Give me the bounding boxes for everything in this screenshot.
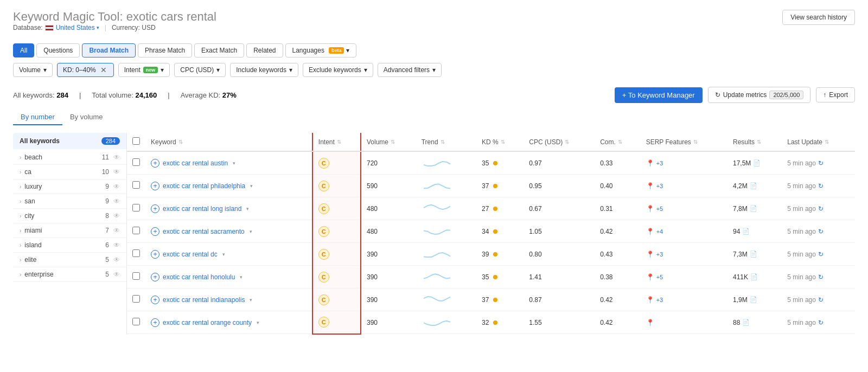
cpc-column-header[interactable]: CPC (USD) ⇅ (524, 133, 595, 151)
select-all-checkbox[interactable] (132, 137, 140, 145)
keyword-link[interactable]: exotic car rental orange county (163, 319, 252, 326)
sidebar-item-elite[interactable]: › elite 5 👁 (13, 253, 126, 267)
sidebar-item-city[interactable]: › city 8 👁 (13, 209, 126, 223)
results-cell: 7,3M 📄 (727, 243, 782, 266)
sidebar-item-island[interactable]: › island 6 👁 (13, 238, 126, 253)
refresh-icon[interactable]: ↻ (818, 296, 824, 304)
advanced-filters[interactable]: Advanced filters ▾ (378, 63, 442, 77)
intent-column-header[interactable]: Intent ⇅ (312, 133, 361, 151)
exclude-keywords-filter[interactable]: Exclude keywords ▾ (303, 63, 373, 77)
add-keyword-button[interactable]: + (151, 250, 159, 259)
results-column-header[interactable]: Results ⇅ (727, 133, 782, 151)
keyword-link[interactable]: exotic car rental philadelphia (163, 182, 245, 190)
refresh-icon[interactable]: ↻ (818, 228, 824, 235)
refresh-icon[interactable]: ↻ (818, 319, 824, 326)
tab-languages[interactable]: Languages beta ▾ (285, 43, 357, 57)
export-button[interactable]: ↑ Export (816, 87, 855, 102)
update-count-badge: 202/5,000 (769, 91, 803, 99)
sidebar-item-ca[interactable]: › ca 10 👁 (13, 165, 126, 179)
sidebar-item-enterprise[interactable]: › enterprise 5 👁 (13, 267, 126, 282)
row-checkbox[interactable] (132, 318, 140, 325)
to-keyword-manager-button[interactable]: + To Keyword Manager (615, 87, 703, 103)
view-tab-by-volume[interactable]: By volume (62, 110, 111, 125)
kd-column-header[interactable]: KD % ⇅ (476, 133, 524, 151)
location-pin-icon: 📍 (646, 319, 654, 326)
eye-icon: 👁 (113, 197, 120, 205)
keyword-link[interactable]: exotic car rental austin (163, 159, 228, 167)
row-checkbox[interactable] (132, 227, 140, 234)
chevron-down-icon: ▾ (289, 66, 292, 74)
com-column-header[interactable]: Com. ⇅ (595, 133, 640, 151)
row-checkbox[interactable] (132, 295, 140, 303)
sidebar-item-miami[interactable]: › miami 7 👁 (13, 223, 126, 238)
row-checkbox[interactable] (132, 249, 140, 257)
add-keyword-button[interactable]: + (151, 227, 159, 236)
serp-cell: 📍 +3 (641, 175, 727, 197)
add-keyword-button[interactable]: + (151, 318, 159, 327)
table-row: + exotic car rental dc ▾ C 390 39 0.80 0… (127, 243, 855, 266)
kd-remove-button[interactable]: ✕ (99, 66, 108, 74)
trend-column-header[interactable]: Trend ⇅ (416, 133, 476, 151)
row-checkbox-cell (127, 220, 145, 243)
chevron-down-icon: ▾ (246, 206, 249, 211)
serp-column-header[interactable]: SERP Features ⇅ (641, 133, 727, 151)
trend-sparkline (422, 202, 454, 214)
update-metrics-button[interactable]: ↻ Update metrics 202/5,000 (708, 87, 811, 103)
row-checkbox[interactable] (132, 272, 140, 280)
refresh-icon[interactable]: ↻ (818, 182, 824, 190)
tab-questions[interactable]: Questions (36, 43, 80, 57)
tab-all[interactable]: All (13, 43, 34, 57)
sidebar-item-luxury[interactable]: › luxury 9 👁 (13, 179, 126, 194)
keyword-link[interactable]: exotic car rental dc (163, 251, 218, 258)
view-history-button[interactable]: View search history (782, 10, 855, 25)
trend-sparkline (422, 225, 454, 236)
row-checkbox[interactable] (132, 181, 140, 189)
eye-icon: 👁 (113, 241, 120, 249)
add-keyword-button[interactable]: + (151, 204, 159, 213)
tab-broad-match[interactable]: Broad Match (82, 43, 136, 57)
last-update-cell: 5 min ago ↻ (782, 220, 855, 243)
table-row: + exotic car rental indianapolis ▾ C 390… (127, 288, 855, 311)
add-keyword-button[interactable]: + (151, 182, 159, 190)
database-selector[interactable]: United States ▾ (56, 24, 99, 31)
serp-plus: +4 (656, 228, 663, 235)
include-keywords-filter[interactable]: Include keywords ▾ (230, 63, 298, 77)
volume-filter[interactable]: Volume ▾ (13, 63, 53, 77)
tab-related[interactable]: Related (246, 43, 283, 57)
refresh-icon[interactable]: ↻ (818, 159, 824, 167)
keyword-link[interactable]: exotic car rental honolulu (163, 273, 235, 281)
chevron-down-icon: ▾ (222, 252, 225, 257)
kd-filter[interactable]: KD: 0–40% ✕ (57, 63, 114, 77)
refresh-icon[interactable]: ↻ (818, 205, 824, 213)
com-cell: 0.31 (595, 197, 640, 220)
last-update-cell: 5 min ago ↻ (782, 311, 855, 334)
keyword-column-header[interactable]: Keyword ⇅ (145, 133, 312, 151)
view-tab-by-number[interactable]: By number (13, 110, 62, 125)
volume-column-header[interactable]: Volume ⇅ (361, 133, 416, 151)
cpc-cell: 0.95 (524, 175, 595, 197)
sidebar-item-san[interactable]: › san 9 👁 (13, 194, 126, 209)
add-keyword-button[interactable]: + (151, 159, 159, 168)
chevron-down-icon: ▾ (216, 66, 220, 74)
keyword-link[interactable]: exotic car rental indianapolis (163, 296, 245, 304)
location-pin-icon: 📍 (646, 205, 654, 213)
row-checkbox[interactable] (132, 158, 140, 166)
refresh-icon[interactable]: ↻ (818, 251, 824, 258)
table-row: + exotic car rental sacramento ▾ C 480 3… (127, 220, 855, 243)
row-checkbox[interactable] (132, 204, 140, 211)
results-cell: 17,5M 📄 (727, 151, 782, 175)
tab-phrase-match[interactable]: Phrase Match (138, 43, 192, 57)
add-keyword-button[interactable]: + (151, 296, 159, 304)
add-keyword-button[interactable]: + (151, 273, 159, 281)
last-update-column-header[interactable]: Last Update ⇅ (782, 133, 855, 151)
cpc-filter[interactable]: CPC (USD) ▾ (174, 63, 226, 77)
refresh-icon[interactable]: ↻ (818, 273, 824, 281)
trend-sparkline (422, 247, 454, 259)
document-icon: 📄 (753, 159, 761, 166)
tab-exact-match[interactable]: Exact Match (194, 43, 244, 57)
sidebar-item-beach[interactable]: › beach 11 👁 (13, 150, 126, 165)
keyword-link[interactable]: exotic car rental long island (163, 205, 241, 213)
keyword-link[interactable]: exotic car rental sacramento (163, 228, 245, 235)
intent-filter[interactable]: Intent new ▾ (118, 63, 170, 77)
serp-plus: +3 (656, 160, 663, 166)
